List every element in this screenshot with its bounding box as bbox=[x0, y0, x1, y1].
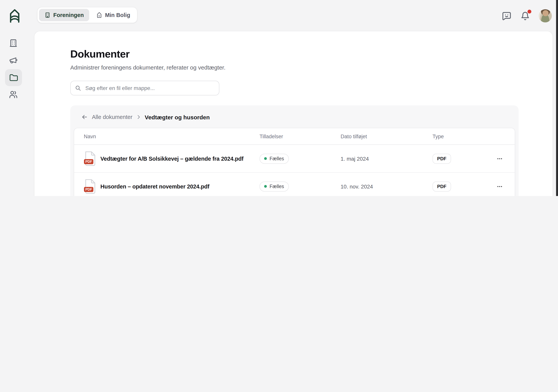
avatar[interactable] bbox=[539, 9, 552, 22]
file-name: Vedtægter for A/B Solsikkevej – gældende… bbox=[100, 156, 244, 162]
svg-text:PDF: PDF bbox=[85, 187, 92, 191]
pdf-file-icon: PDF bbox=[84, 150, 96, 167]
app-window: Foreningen Min Bolig bbox=[0, 0, 558, 196]
brand-logo-icon[interactable] bbox=[8, 9, 21, 23]
topbar-actions bbox=[502, 9, 552, 22]
page-title: Dokumenter bbox=[70, 48, 519, 60]
chat-smile-icon bbox=[502, 11, 512, 21]
row-menu-button[interactable] bbox=[494, 181, 505, 192]
ellipsis-icon bbox=[497, 183, 503, 189]
ellipsis-icon bbox=[497, 156, 503, 162]
table-row[interactable]: PDF Husorden – opdateret november 2024.p… bbox=[74, 173, 515, 196]
page-subtitle: Administrer foreningens dokumenter, refe… bbox=[70, 64, 519, 71]
tab-min-bolig[interactable]: Min Bolig bbox=[91, 9, 136, 21]
building-icon bbox=[9, 39, 18, 47]
sidebar-item-documents[interactable] bbox=[5, 69, 22, 86]
users-icon bbox=[9, 90, 18, 99]
sidebar-item-residents[interactable] bbox=[9, 90, 18, 99]
context-switcher: Foreningen Min Bolig bbox=[37, 7, 137, 23]
file-name: Husorden – opdateret november 2024.pdf bbox=[100, 183, 209, 189]
svg-text:PDF: PDF bbox=[85, 159, 92, 163]
notification-badge bbox=[527, 10, 531, 14]
chevron-right-icon bbox=[136, 114, 141, 120]
tab-foreningen[interactable]: Foreningen bbox=[39, 9, 89, 21]
documents-table: Navn Tilladelser Dato tilføjet Type PDF bbox=[74, 128, 515, 196]
documents-panel: Alle dokumenter Vedtægter og husorden Na… bbox=[70, 105, 519, 196]
tab-min-bolig-label: Min Bolig bbox=[105, 12, 130, 18]
sidebar-item-announcements[interactable] bbox=[9, 56, 18, 65]
column-header-tilladelser: Tilladelser bbox=[260, 133, 340, 139]
permission-badge: Fælles bbox=[260, 154, 289, 164]
feedback-chat-button[interactable] bbox=[502, 11, 512, 21]
breadcrumb: Alle dokumenter Vedtægter og husorden bbox=[81, 112, 515, 122]
date-added: 1. maj 2024 bbox=[340, 156, 369, 162]
breadcrumb-current: Vedtægter og husorden bbox=[145, 114, 210, 120]
column-header-navn: Navn bbox=[74, 133, 260, 139]
permission-badge: Fælles bbox=[260, 181, 289, 191]
window-edge bbox=[556, 0, 558, 196]
search-input[interactable] bbox=[70, 81, 219, 96]
breadcrumb-back-label: Alle dokumenter bbox=[92, 114, 132, 120]
file-type-badge: PDF bbox=[433, 181, 451, 191]
sidebar-item-building[interactable] bbox=[9, 39, 18, 47]
date-added: 10. nov. 2024 bbox=[340, 183, 373, 189]
file-type-badge: PDF bbox=[433, 154, 451, 164]
home-icon bbox=[96, 12, 102, 18]
search-container bbox=[70, 81, 219, 96]
breadcrumb-back-link[interactable]: Alle dokumenter bbox=[81, 113, 132, 121]
arrow-left-icon bbox=[81, 113, 88, 121]
pdf-file-icon: PDF bbox=[84, 178, 96, 194]
building-icon bbox=[44, 12, 51, 18]
megaphone-icon bbox=[9, 56, 18, 65]
tab-foreningen-label: Foreningen bbox=[53, 12, 84, 18]
search-icon bbox=[75, 85, 81, 91]
row-menu-button[interactable] bbox=[494, 153, 505, 164]
folder-icon bbox=[9, 73, 18, 82]
column-header-type: Type bbox=[433, 133, 494, 139]
column-header-dato: Dato tilføjet bbox=[340, 133, 433, 139]
permission-dot-icon bbox=[264, 157, 267, 160]
documents-card: Dokumenter Administrer foreningens dokum… bbox=[34, 31, 553, 196]
table-header-row: Navn Tilladelser Dato tilføjet Type bbox=[74, 128, 515, 145]
permission-dot-icon bbox=[264, 185, 267, 188]
table-row[interactable]: PDF Vedtægter for A/B Solsikkevej – gæld… bbox=[74, 145, 515, 173]
notifications-button[interactable] bbox=[520, 11, 530, 21]
